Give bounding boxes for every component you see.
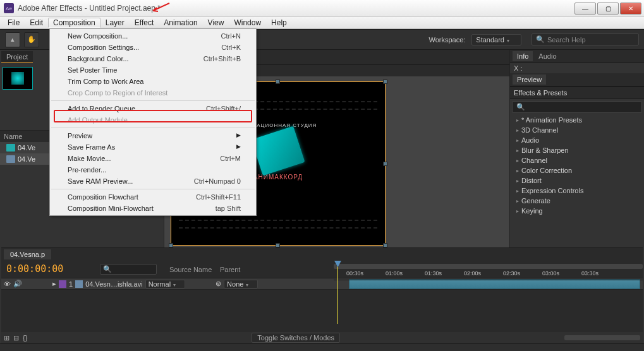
- tl-toggle-1[interactable]: ⊞: [4, 334, 9, 342]
- menu-item-preview[interactable]: Preview▶: [50, 130, 256, 141]
- menu-item-pre-render[interactable]: Pre-render...: [50, 164, 256, 176]
- transform-handle[interactable]: [383, 243, 387, 247]
- ruler-tick: 01:00s: [386, 270, 403, 277]
- menu-edit[interactable]: Edit: [25, 18, 48, 28]
- playhead[interactable]: [337, 261, 338, 324]
- parent-dropdown[interactable]: None: [224, 280, 258, 289]
- toggle-switches-modes[interactable]: Toggle Switches / Modes: [252, 333, 340, 343]
- hand-tool[interactable]: ✋: [24, 32, 39, 47]
- ruler-tick: 02:30s: [503, 270, 520, 277]
- timeline-search[interactable]: 🔍: [100, 264, 157, 275]
- menu-item-new-composition[interactable]: New Composition...Ctrl+N: [50, 30, 256, 42]
- maximize-button[interactable]: ▢: [597, 3, 619, 15]
- project-thumbnail: [3, 67, 33, 90]
- menu-effect[interactable]: Effect: [130, 18, 159, 28]
- composition-menu-dropdown: New Composition...Ctrl+NComposition Sett…: [49, 28, 257, 216]
- blend-mode[interactable]: Normal: [145, 280, 185, 289]
- file-icon: [75, 280, 83, 288]
- work-area-bar[interactable]: [334, 264, 643, 269]
- minimize-button[interactable]: —: [574, 3, 596, 15]
- menu-window[interactable]: Window: [229, 18, 266, 28]
- menu-item-crop-comp-to-region-of-interest: Crop Comp to Region of Interest: [50, 87, 256, 98]
- effects-category[interactable]: Color Correction: [510, 165, 644, 176]
- layer-name[interactable]: 04.Vesn…ishla.avi: [85, 280, 143, 288]
- parent-pickwhip[interactable]: ⊚: [216, 280, 221, 288]
- project-tab[interactable]: Project: [1, 51, 33, 63]
- ruler-tick: 01:30s: [425, 270, 442, 277]
- layer-index: 1: [69, 280, 73, 288]
- menu-item-add-to-render-queue[interactable]: Add to Render QueueCtrl+Shift+/: [50, 103, 256, 114]
- ruler-tick: 00:30s: [346, 270, 363, 277]
- effects-category[interactable]: Keying: [510, 206, 644, 216]
- workspace-selector[interactable]: Standard: [471, 34, 521, 45]
- ruler-tick: 02:00s: [464, 270, 481, 277]
- timeline-ruler-area[interactable]: 00:30s01:00s01:30s02:00s02:30s03:00s03:3…: [334, 261, 643, 278]
- effects-category[interactable]: * Animation Presets: [510, 115, 644, 125]
- info-panel-body: X :: [510, 63, 644, 73]
- menu-layer[interactable]: Layer: [100, 18, 130, 28]
- menu-help[interactable]: Help: [266, 18, 292, 28]
- menu-item-trim-comp-to-work-area[interactable]: Trim Comp to Work Area: [50, 76, 256, 87]
- tl-toggle-3[interactable]: {}: [23, 334, 27, 342]
- effects-category[interactable]: Audio: [510, 135, 644, 145]
- ruler-tick: 03:30s: [581, 270, 598, 277]
- tl-toggle-2[interactable]: ⊟: [13, 334, 19, 342]
- twirl-icon[interactable]: ▸: [52, 280, 56, 288]
- filmstrip-bottom: [179, 220, 377, 229]
- menu-item-composition-mini-flowchart[interactable]: Composition Mini-Flowcharttap Shift: [50, 203, 256, 214]
- search-placeholder: Search Help: [547, 36, 586, 44]
- layer-color[interactable]: [59, 280, 66, 288]
- visibility-toggle[interactable]: 👁: [4, 280, 11, 288]
- effects-category[interactable]: Distort: [510, 176, 644, 186]
- transform-handle[interactable]: [169, 243, 173, 247]
- effects-category[interactable]: Generate: [510, 196, 644, 206]
- workspace-label: Workspace:: [428, 36, 465, 44]
- menu-animation[interactable]: Animation: [159, 18, 202, 28]
- file-icon: [6, 144, 15, 152]
- parent-column[interactable]: Parent: [220, 261, 334, 278]
- menu-item-make-movie[interactable]: Make Movie...Ctrl+M: [50, 153, 256, 164]
- close-button[interactable]: ✕: [620, 3, 641, 15]
- effects-category[interactable]: Channel: [510, 155, 644, 165]
- timecode[interactable]: 0:00:00:00: [1, 261, 100, 278]
- transform-handle[interactable]: [276, 243, 280, 247]
- transform-handle[interactable]: [383, 162, 387, 166]
- effects-presets-header[interactable]: Effects & Presets: [510, 86, 644, 99]
- menubar: FileEditCompositionLayerEffectAnimationV…: [0, 17, 644, 29]
- preview-tab[interactable]: Preview: [513, 74, 546, 85]
- search-icon: 🔍: [516, 103, 525, 110]
- help-search[interactable]: 🔍 Search Help: [532, 33, 639, 45]
- menu-item-set-poster-time[interactable]: Set Poster Time: [50, 64, 256, 76]
- statusbar: [0, 343, 644, 351]
- menu-file[interactable]: File: [3, 18, 25, 28]
- app-icon: Ae: [4, 3, 14, 13]
- audio-tab[interactable]: Audio: [534, 51, 561, 61]
- menu-composition[interactable]: Composition: [48, 18, 100, 28]
- menu-item-composition-settings[interactable]: Composition Settings...Ctrl+K: [50, 42, 256, 53]
- menu-view[interactable]: View: [203, 18, 229, 28]
- info-tab[interactable]: Info: [513, 51, 533, 61]
- menu-item-background-color[interactable]: Background Color...Ctrl+Shift+B: [50, 53, 256, 64]
- timeline-panel: 04.Vesna.p 0:00:00:00 🔍 Source Name Pare…: [1, 247, 643, 343]
- effects-category[interactable]: 3D Channel: [510, 125, 644, 135]
- titlebar: Ae Adobe After Effects - Untitled Projec…: [0, 0, 644, 17]
- ruler-tick: 03:00s: [542, 270, 559, 277]
- menu-item-composition-flowchart[interactable]: Composition FlowchartCtrl+Shift+F11: [50, 191, 256, 203]
- menu-item-save-frame-as[interactable]: Save Frame As▶: [50, 141, 256, 153]
- transform-handle[interactable]: [276, 80, 280, 84]
- file-icon: [6, 155, 15, 163]
- search-icon: 🔍: [536, 35, 545, 44]
- source-name-column[interactable]: Source Name: [169, 261, 220, 278]
- selection-tool[interactable]: ▴: [5, 32, 20, 47]
- effects-category[interactable]: Expression Controls: [510, 186, 644, 196]
- menu-item-add-output-module: Add Output Module: [50, 114, 256, 126]
- window-title: Adobe After Effects - Untitled Project.a…: [18, 4, 161, 13]
- studio-title: АНИМАККОРД: [253, 174, 303, 181]
- effects-search[interactable]: 🔍: [512, 101, 642, 113]
- timeline-zoom-slider[interactable]: [564, 335, 640, 340]
- menu-item-save-ram-preview[interactable]: Save RAM Preview...Ctrl+Numpad 0: [50, 176, 256, 187]
- effects-category[interactable]: Blur & Sharpen: [510, 145, 644, 155]
- audio-toggle[interactable]: 🔊: [13, 280, 22, 288]
- transform-handle[interactable]: [383, 80, 387, 84]
- timeline-tab[interactable]: 04.Vesna.p: [4, 249, 51, 259]
